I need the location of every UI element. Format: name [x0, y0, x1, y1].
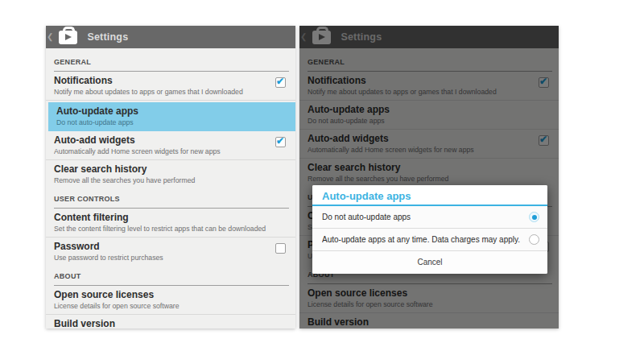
item-title: Auto-add widgets: [54, 134, 266, 147]
item-title: Clear search history: [54, 163, 289, 176]
settings-item-clear-search-history[interactable]: Clear search history Remove all the sear…: [46, 160, 295, 188]
radio-button-icon[interactable]: [529, 234, 539, 245]
item-subtitle: License details for open source software: [54, 301, 289, 311]
back-chevron-icon[interactable]: ❮: [47, 33, 53, 41]
checkbox-icon[interactable]: [275, 77, 286, 88]
option-label: Auto-update apps at any time. Data charg…: [322, 235, 520, 244]
item-title: Auto-update apps: [56, 105, 289, 118]
settings-screen-content: ❮ Settings GENERAL Notifications Notify …: [46, 26, 295, 329]
app-bar: ❮ Settings: [46, 26, 295, 48]
auto-update-dialog: Auto-update apps Do not auto-update apps…: [312, 185, 547, 274]
dim-overlay: [299, 26, 559, 329]
item-title: Build version: [54, 318, 289, 329]
dialog-title: Auto-update apps: [312, 185, 547, 206]
item-subtitle: Use password to restrict purchases: [54, 253, 266, 262]
settings-list: GENERAL Notifications Notify me about up…: [46, 48, 295, 329]
settings-screen-dimmed: ❮ Settings GENERAL Notifications Notify …: [299, 26, 559, 329]
settings-item-auto-update-apps[interactable]: Auto-update apps Do not auto-update apps: [48, 102, 295, 131]
dialog-option-do-not-auto-update[interactable]: Do not auto-update apps: [312, 206, 547, 229]
section-header-about: ABOUT: [54, 272, 289, 286]
item-subtitle: Automatically add Home screen widgets fo…: [54, 147, 266, 156]
screenshot-canvas: ❮ Settings GENERAL Notifications Notify …: [0, 0, 644, 343]
item-title: Open source licenses: [54, 289, 289, 301]
option-label: Do not auto-update apps: [322, 213, 411, 221]
settings-item-notifications[interactable]: Notifications Notify me about updates to…: [46, 72, 295, 101]
appbar-title: Settings: [87, 31, 128, 43]
settings-item-password[interactable]: Password Use password to restrict purcha…: [46, 238, 295, 266]
settings-item-open-source-licenses[interactable]: Open source licenses License details for…: [46, 286, 295, 315]
item-title: Content filtering: [54, 212, 289, 224]
item-subtitle: Do not auto-update apps: [56, 118, 289, 127]
cancel-button[interactable]: Cancel: [312, 251, 547, 274]
item-title: Notifications: [54, 75, 266, 87]
item-title: Password: [54, 241, 266, 253]
play-store-icon[interactable]: [59, 31, 77, 44]
settings-item-content-filtering[interactable]: Content filtering Set the content filter…: [46, 209, 295, 238]
section-header-user-controls: USER CONTROLS: [54, 195, 289, 209]
checkbox-icon[interactable]: [275, 137, 286, 147]
item-subtitle: Notify me about updates to apps or games…: [54, 87, 266, 97]
radio-button-icon[interactable]: [529, 212, 539, 222]
settings-screen: ❮ Settings GENERAL Notifications Notify …: [46, 26, 295, 329]
checkbox-icon[interactable]: [275, 243, 286, 254]
settings-item-auto-add-widgets[interactable]: Auto-add widgets Automatically add Home …: [46, 131, 295, 160]
item-subtitle: Set the content filtering level to restr…: [54, 224, 289, 233]
section-header-general: GENERAL: [54, 58, 289, 72]
dialog-option-auto-update-any-time[interactable]: Auto-update apps at any time. Data charg…: [312, 229, 547, 251]
item-subtitle: Remove all the searches you have perform…: [54, 176, 289, 185]
settings-item-build-version[interactable]: Build version Version: 4.5.10: [46, 315, 295, 329]
